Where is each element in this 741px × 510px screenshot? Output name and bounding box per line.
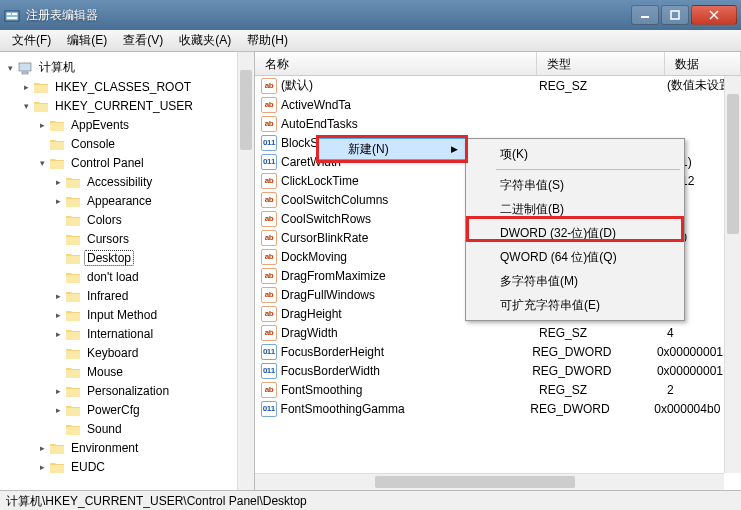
- menu-item[interactable]: 项(K): [466, 142, 684, 166]
- menu-item-label: DWORD (32-位)值(D): [500, 225, 616, 242]
- tree-twisty-icon[interactable]: ▾: [20, 101, 32, 111]
- col-type[interactable]: 类型: [537, 52, 665, 75]
- string-value-icon: ab: [261, 211, 277, 227]
- folder-icon: [49, 118, 65, 132]
- close-button[interactable]: [691, 5, 737, 25]
- menu-file[interactable]: 文件(F): [4, 30, 59, 51]
- menu-view[interactable]: 查看(V): [115, 30, 171, 51]
- tree-item[interactable]: ▸EUDC: [4, 457, 254, 476]
- tree-item[interactable]: ▸International: [4, 324, 254, 343]
- list-row[interactable]: abFontSmoothingREG_SZ2: [255, 380, 741, 399]
- col-data[interactable]: 数据: [665, 52, 741, 75]
- tree-item[interactable]: ▸Input Method: [4, 305, 254, 324]
- computer-icon: [17, 61, 33, 75]
- menu-item[interactable]: 多字符串值(M): [466, 269, 684, 293]
- scrollbar-thumb[interactable]: [375, 476, 575, 488]
- folder-icon: [65, 346, 81, 360]
- scrollbar-thumb[interactable]: [727, 94, 739, 234]
- tree-item[interactable]: ▾计算机: [4, 58, 254, 77]
- folder-icon: [65, 403, 81, 417]
- folder-icon: [49, 156, 65, 170]
- maximize-button[interactable]: [661, 5, 689, 25]
- list-row[interactable]: 011FontSmoothingGammaREG_DWORD0x000004b0…: [255, 399, 741, 418]
- string-value-icon: ab: [261, 116, 277, 132]
- tree-item[interactable]: ▸Appearance: [4, 191, 254, 210]
- cell-type: REG_DWORD: [532, 345, 657, 359]
- vertical-scrollbar[interactable]: [724, 76, 741, 473]
- tree-item[interactable]: ▸Environment: [4, 438, 254, 457]
- tree-twisty-icon[interactable]: ▾: [36, 158, 48, 168]
- tree-item[interactable]: ▾HKEY_CURRENT_USER: [4, 96, 254, 115]
- tree-twisty-icon[interactable]: ▸: [20, 82, 32, 92]
- string-value-icon: ab: [261, 382, 277, 398]
- menu-edit[interactable]: 编辑(E): [59, 30, 115, 51]
- horizontal-scrollbar[interactable]: [255, 473, 724, 490]
- menu-item[interactable]: QWORD (64 位)值(Q): [466, 245, 684, 269]
- list-row[interactable]: ab(默认)REG_SZ(数值未设置): [255, 76, 741, 95]
- minimize-button[interactable]: [631, 5, 659, 25]
- tree-item-label: PowerCfg: [84, 402, 143, 418]
- cell-name: FontSmoothingGamma: [281, 402, 531, 416]
- tree-item[interactable]: ▾Control Panel: [4, 153, 254, 172]
- menu-favorites[interactable]: 收藏夹(A): [171, 30, 239, 51]
- tree-twisty-icon[interactable]: ▸: [52, 310, 64, 320]
- menu-item-label: 可扩充字符串值(E): [500, 297, 600, 314]
- tree-item[interactable]: Sound: [4, 419, 254, 438]
- col-name[interactable]: 名称: [255, 52, 537, 75]
- menu-item[interactable]: 可扩充字符串值(E): [466, 293, 684, 317]
- menu-item[interactable]: DWORD (32-位)值(D): [466, 221, 684, 245]
- tree-item[interactable]: Mouse: [4, 362, 254, 381]
- menu-item[interactable]: 字符串值(S): [466, 173, 684, 197]
- cell-name: (默认): [281, 77, 539, 94]
- tree-item[interactable]: ▸PowerCfg: [4, 400, 254, 419]
- context-submenu: 项(K)字符串值(S)二进制值(B)DWORD (32-位)值(D)QWORD …: [465, 138, 685, 321]
- tree[interactable]: ▾计算机▸HKEY_CLASSES_ROOT▾HKEY_CURRENT_USER…: [0, 58, 254, 476]
- tree-item[interactable]: Keyboard: [4, 343, 254, 362]
- tree-twisty-icon[interactable]: ▸: [36, 443, 48, 453]
- tree-item-label: don't load: [84, 269, 142, 285]
- tree-twisty-icon[interactable]: ▸: [52, 291, 64, 301]
- list-row[interactable]: abDragWidthREG_SZ4: [255, 323, 741, 342]
- tree-item[interactable]: ▸AppEvents: [4, 115, 254, 134]
- tree-twisty-icon[interactable]: ▸: [52, 329, 64, 339]
- list-row[interactable]: abActiveWndTa: [255, 95, 741, 114]
- tree-twisty-icon[interactable]: ▸: [52, 386, 64, 396]
- tree-twisty-icon[interactable]: ▸: [52, 177, 64, 187]
- string-value-icon: ab: [261, 249, 277, 265]
- tree-scrollbar[interactable]: [237, 52, 254, 490]
- tree-twisty-icon[interactable]: ▾: [4, 63, 16, 73]
- list-row[interactable]: abAutoEndTasks: [255, 114, 741, 133]
- tree-item[interactable]: Desktop: [4, 248, 254, 267]
- svg-rect-0: [5, 11, 19, 21]
- tree-item[interactable]: ▸Infrared: [4, 286, 254, 305]
- tree-item[interactable]: ▸Accessibility: [4, 172, 254, 191]
- menu-item[interactable]: 二进制值(B): [466, 197, 684, 221]
- string-value-icon: ab: [261, 287, 277, 303]
- tree-twisty-icon[interactable]: ▸: [52, 405, 64, 415]
- list-row[interactable]: 011FocusBorderHeightREG_DWORD0x00000001 …: [255, 342, 741, 361]
- menu-item-label: 项(K): [500, 146, 528, 163]
- tree-item[interactable]: ▸HKEY_CLASSES_ROOT: [4, 77, 254, 96]
- list-row[interactable]: 011FocusBorderWidthREG_DWORD0x00000001 (…: [255, 361, 741, 380]
- tree-item-label: Personalization: [84, 383, 172, 399]
- tree-item-label: EUDC: [68, 459, 108, 475]
- tree-twisty-icon[interactable]: ▸: [36, 462, 48, 472]
- tree-item[interactable]: Console: [4, 134, 254, 153]
- tree-twisty-icon[interactable]: ▸: [52, 196, 64, 206]
- regedit-icon: [4, 7, 20, 23]
- cell-type: REG_DWORD: [530, 402, 654, 416]
- menu-item-new[interactable]: 新建(N) ▶: [317, 138, 467, 160]
- tree-item[interactable]: Cursors: [4, 229, 254, 248]
- menu-item-label: 字符串值(S): [500, 177, 564, 194]
- tree-item[interactable]: Colors: [4, 210, 254, 229]
- folder-icon: [65, 251, 81, 265]
- tree-item-label: Mouse: [84, 364, 126, 380]
- tree-twisty-icon[interactable]: ▸: [36, 120, 48, 130]
- tree-item[interactable]: ▸Personalization: [4, 381, 254, 400]
- client-area: ▾计算机▸HKEY_CLASSES_ROOT▾HKEY_CURRENT_USER…: [0, 52, 741, 490]
- tree-item-label: Keyboard: [84, 345, 141, 361]
- column-header: 名称 类型 数据: [255, 52, 741, 76]
- tree-item[interactable]: don't load: [4, 267, 254, 286]
- scrollbar-thumb[interactable]: [240, 70, 252, 150]
- menu-help[interactable]: 帮助(H): [239, 30, 296, 51]
